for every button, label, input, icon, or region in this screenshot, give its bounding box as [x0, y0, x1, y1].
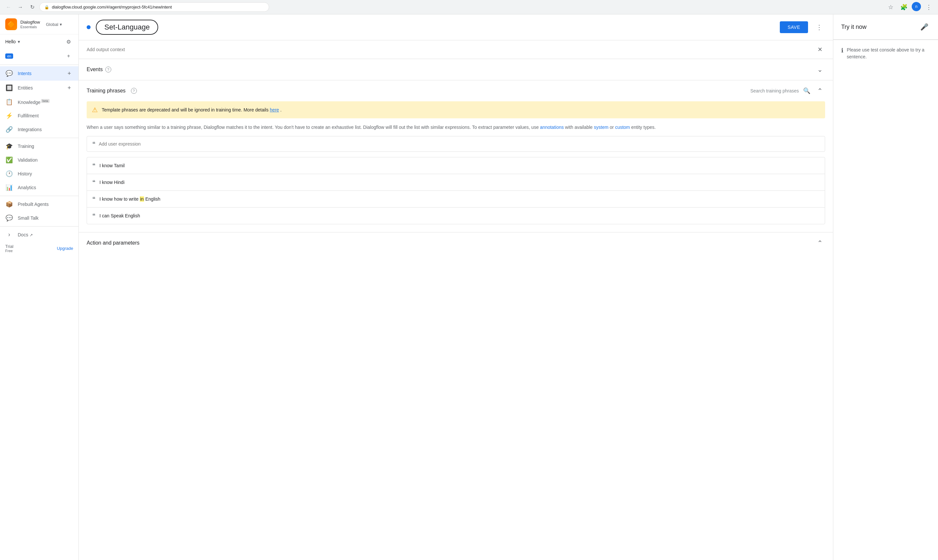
- sidebar-item-intents[interactable]: 💬 Intents +: [0, 66, 79, 81]
- search-label: Search training phrases: [750, 88, 799, 94]
- info-text: Please use test console above to try a s…: [847, 46, 930, 60]
- sidebar-item-label: Fulfillment: [18, 113, 39, 118]
- sidebar-item-fulfillment[interactable]: ⚡ Fulfillment: [0, 109, 79, 123]
- arrow-right-icon: ›: [5, 231, 13, 238]
- sidebar-item-label: Analytics: [18, 185, 36, 190]
- save-button[interactable]: SAVE: [780, 21, 808, 33]
- trial-info: Trial Free: [5, 244, 14, 253]
- smalltalk-icon: 💬: [5, 214, 13, 222]
- events-help-icon[interactable]: ?: [105, 66, 111, 72]
- global-label: Global: [46, 22, 59, 27]
- search-button[interactable]: 🔍: [801, 86, 812, 96]
- output-context-area: ✕: [79, 40, 833, 59]
- output-context-input[interactable]: [86, 47, 815, 52]
- chevron-down-icon-hello: ▾: [18, 39, 20, 44]
- right-panel: Try it now 🎤 ℹ Please use test console a…: [833, 14, 938, 560]
- info-icon: ℹ: [841, 47, 844, 54]
- sidebar-item-history[interactable]: 🕐 History: [0, 167, 79, 181]
- phrase-quote-icon: ❝: [92, 162, 96, 169]
- trial-label: Trial: [5, 244, 14, 249]
- main-content: Set-Language SAVE ⋮ ✕ Events ? ⌄ Trai: [79, 14, 833, 560]
- phrase-item[interactable]: ❝ I know Hindi: [87, 174, 825, 191]
- intent-header: Set-Language SAVE ⋮: [79, 14, 833, 40]
- sidebar-item-entities[interactable]: 🔲 Entities +: [0, 81, 79, 95]
- training-title: Training phrases: [86, 88, 126, 94]
- history-icon: 🕐: [5, 170, 13, 177]
- profile-avatar[interactable]: n: [912, 2, 921, 11]
- sidebar-item-docs[interactable]: › Docs ↗: [0, 228, 79, 241]
- warning-banner: ⚠ Template phrases are deprecated and wi…: [86, 101, 825, 118]
- add-intent-button[interactable]: +: [65, 69, 73, 77]
- system-link[interactable]: system: [594, 125, 608, 130]
- bookmark-button[interactable]: ☆: [886, 2, 896, 12]
- action-section[interactable]: Action and parameters ⌃: [79, 232, 833, 254]
- warning-link[interactable]: here: [270, 107, 279, 112]
- lock-icon: 🔒: [44, 5, 49, 9]
- sidebar-item-prebuilt[interactable]: 📦 Prebuilt Agents: [0, 197, 79, 211]
- right-panel-content: ℹ Please use test console above to try a…: [833, 40, 938, 67]
- refresh-button[interactable]: ↻: [28, 3, 37, 12]
- warning-text: Template phrases are deprecated and will…: [102, 107, 282, 112]
- intent-status-dot: [86, 25, 91, 29]
- sidebar-header: 🔶 Dialogflow Essentials Global ▾: [0, 14, 79, 34]
- right-panel-header: Try it now 🎤: [833, 14, 938, 40]
- action-chevron-button[interactable]: ⌃: [815, 238, 825, 248]
- add-expression-row[interactable]: ❝: [86, 136, 825, 152]
- training-help-icon[interactable]: ?: [131, 88, 137, 94]
- divider-mid: [0, 138, 79, 138]
- more-options-button[interactable]: ⋮: [813, 21, 825, 33]
- events-chevron-button[interactable]: ⌄: [815, 64, 825, 75]
- sidebar-item-label: Training: [18, 144, 34, 149]
- sidebar-item-validation[interactable]: ✅ Validation: [0, 153, 79, 167]
- extensions-button[interactable]: 🧩: [899, 2, 909, 12]
- divider-top: [0, 65, 79, 65]
- annotations-link[interactable]: annotations: [540, 125, 563, 130]
- back-button[interactable]: ←: [4, 3, 13, 12]
- events-section[interactable]: Events ? ⌄: [79, 59, 833, 80]
- sidebar-item-label: History: [18, 171, 32, 176]
- training-description: When a user says something similar to a …: [86, 124, 825, 131]
- app-container: 🔶 Dialogflow Essentials Global ▾ Hello ▾…: [0, 14, 938, 560]
- warning-icon: ⚠: [92, 106, 98, 114]
- info-row: ℹ Please use test console above to try a…: [841, 46, 930, 60]
- integrations-icon: 🔗: [5, 126, 13, 133]
- menu-button[interactable]: ⋮: [924, 2, 934, 12]
- sidebar-item-label: Small Talk: [18, 215, 39, 221]
- global-selector[interactable]: Global ▾: [43, 21, 65, 28]
- phrase-item[interactable]: ❝ I know how to write in English: [87, 191, 825, 208]
- forward-button[interactable]: →: [16, 3, 25, 12]
- sidebar-item-label: Integrations: [18, 127, 42, 132]
- phrase-item[interactable]: ❝ I know Tamil: [87, 157, 825, 174]
- hello-label: Hello: [5, 39, 16, 44]
- add-lang-button[interactable]: +: [64, 51, 73, 61]
- quote-icon: ❝: [92, 140, 96, 148]
- intent-name[interactable]: Set-Language: [96, 20, 158, 35]
- sidebar-item-knowledge[interactable]: 📋 Knowledgebeta: [0, 95, 79, 109]
- collapse-context-button[interactable]: ✕: [815, 44, 825, 55]
- mic-button[interactable]: 🎤: [918, 21, 930, 33]
- lang-row: en +: [0, 49, 79, 63]
- browser-chrome: ← → ↻ 🔒 dialogflow.cloud.google.com/#/ag…: [0, 0, 938, 14]
- training-collapse-button[interactable]: ⌃: [815, 86, 825, 96]
- sidebar-item-integrations[interactable]: 🔗 Integrations: [0, 123, 79, 136]
- events-title: Events: [86, 66, 103, 72]
- settings-button[interactable]: ⚙: [64, 37, 73, 46]
- sidebar-item-training[interactable]: 🎓 Training: [0, 139, 79, 153]
- custom-link[interactable]: custom: [615, 125, 630, 130]
- sidebar-item-smalltalk[interactable]: 💬 Small Talk: [0, 211, 79, 225]
- upgrade-link[interactable]: Upgrade: [57, 246, 73, 251]
- add-expression-input[interactable]: [99, 141, 819, 146]
- chevron-down-icon: ▾: [60, 22, 62, 27]
- phrase-quote-icon: ❝: [92, 195, 96, 203]
- add-entity-button[interactable]: +: [65, 84, 73, 92]
- training-header: Training phrases ? Search training phras…: [86, 80, 825, 101]
- sidebar-item-label: Knowledgebeta: [18, 99, 49, 105]
- phrase-list: ❝ I know Tamil ❝ I know Hindi ❝ I know h…: [86, 157, 825, 224]
- url-bar[interactable]: 🔒 dialogflow.cloud.google.com/#/agent/my…: [39, 2, 269, 12]
- phrase-item[interactable]: ❝ I can Speak English: [87, 208, 825, 224]
- browser-actions: ☆ 🧩 n ⋮: [886, 2, 934, 12]
- hello-left: Hello ▾: [5, 39, 20, 44]
- sidebar-item-analytics[interactable]: 📊 Analytics: [0, 181, 79, 194]
- sidebar-item-label: Prebuilt Agents: [18, 202, 49, 207]
- search-phrases-area: Search training phrases 🔍 ⌃: [750, 86, 825, 96]
